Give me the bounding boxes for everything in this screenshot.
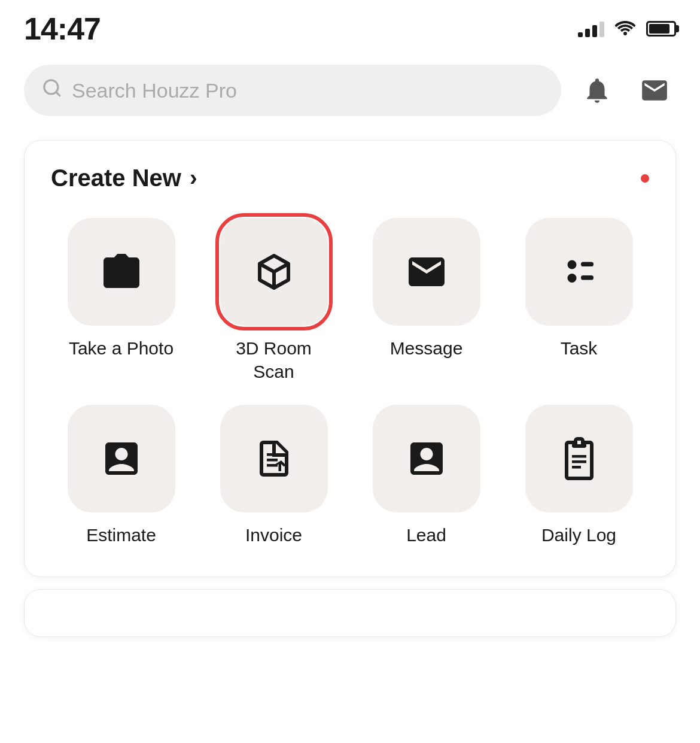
chevron-right-icon: ›: [190, 165, 197, 191]
task-icon: [558, 250, 601, 293]
svg-rect-3: [581, 275, 594, 280]
message-icon-box: [373, 218, 480, 326]
create-new-grid: Take a Photo 3D RoomScan Message: [51, 218, 649, 547]
estimate-icon-box: [68, 405, 175, 512]
wifi-icon: [615, 19, 635, 40]
take-a-photo-icon-box: [68, 218, 175, 326]
card-header: Create New ›: [51, 165, 649, 192]
card-title: Create New: [51, 165, 181, 192]
svg-point-2: [567, 274, 576, 283]
battery-icon: [646, 21, 676, 37]
search-icon: [42, 78, 62, 103]
notifications-button[interactable]: [576, 69, 619, 112]
svg-rect-1: [581, 262, 594, 267]
lead-label: Lead: [406, 523, 446, 547]
messages-button[interactable]: [633, 69, 676, 112]
search-section: Search Houzz Pro: [0, 53, 700, 128]
task-icon-box: [525, 218, 633, 326]
task-item[interactable]: Task: [509, 218, 649, 383]
search-bar[interactable]: Search Houzz Pro: [24, 65, 561, 116]
create-new-card: Create New › Take a Photo 3D RoomScan: [24, 140, 676, 577]
3d-room-scan-label: 3D RoomScan: [236, 336, 312, 383]
signal-icon: [578, 20, 604, 37]
invoice-icon-box: [220, 405, 328, 512]
take-a-photo-item[interactable]: Take a Photo: [51, 218, 191, 383]
take-a-photo-label: Take a Photo: [69, 336, 174, 360]
invoice-label: Invoice: [245, 523, 302, 547]
search-placeholder-text: Search Houzz Pro: [72, 79, 237, 102]
3d-room-scan-item[interactable]: 3D RoomScan: [203, 218, 344, 383]
estimate-icon: [100, 437, 143, 480]
lead-icon-box: [373, 405, 480, 512]
lead-icon: [405, 437, 448, 480]
daily-log-label: Daily Log: [541, 523, 616, 547]
message-item[interactable]: Message: [356, 218, 497, 383]
daily-log-item[interactable]: Daily Log: [509, 405, 649, 547]
notification-dot: [641, 174, 649, 183]
camera-icon: [100, 250, 143, 293]
message-label: Message: [390, 336, 463, 360]
cube-icon: [252, 250, 296, 293]
estimate-item[interactable]: Estimate: [51, 405, 191, 547]
status-bar: 14:47: [0, 0, 700, 53]
3d-room-scan-icon-box: [220, 218, 328, 326]
bottom-card-partial: [24, 589, 676, 637]
message-icon: [405, 250, 448, 293]
invoice-item[interactable]: Invoice: [203, 405, 344, 547]
daily-log-icon: [558, 437, 601, 480]
card-title-wrap[interactable]: Create New ›: [51, 165, 197, 192]
task-label: Task: [561, 336, 598, 360]
daily-log-icon-box: [525, 405, 633, 512]
status-time: 14:47: [24, 11, 101, 47]
invoice-icon: [252, 437, 296, 480]
lead-item[interactable]: Lead: [356, 405, 497, 547]
status-icons: [578, 19, 676, 40]
estimate-label: Estimate: [86, 523, 156, 547]
svg-point-0: [567, 260, 576, 269]
